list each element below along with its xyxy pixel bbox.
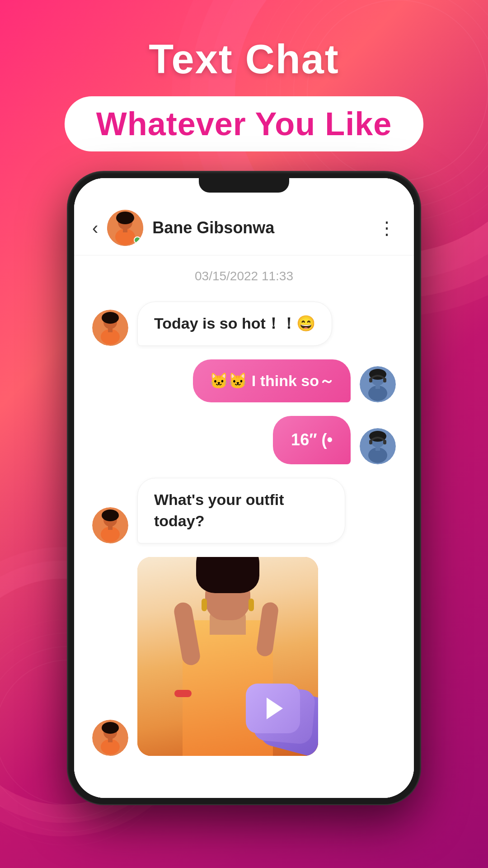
message-row: What's your outfit today? bbox=[92, 478, 396, 543]
phone-screen: ‹ bbox=[74, 178, 414, 798]
svg-rect-24 bbox=[369, 378, 372, 382]
notch bbox=[199, 178, 289, 193]
message-text: Today is so hot！！😄 bbox=[154, 315, 315, 332]
svg-rect-25 bbox=[383, 378, 386, 382]
phone-outer-shell: ‹ bbox=[68, 172, 420, 804]
sender-avatar bbox=[92, 720, 128, 756]
subtitle-text: Whatever You Like bbox=[96, 106, 392, 142]
svg-point-35 bbox=[102, 509, 119, 521]
image-message-row bbox=[92, 557, 396, 756]
sender-avatar bbox=[360, 366, 396, 402]
svg-rect-31 bbox=[369, 440, 372, 444]
sender-avatar bbox=[92, 507, 128, 543]
svg-rect-18 bbox=[108, 328, 113, 332]
message-bubble: What's your outfit today? bbox=[137, 478, 345, 543]
main-title: Text Chat bbox=[0, 36, 488, 83]
message-row: 16″ (• bbox=[92, 416, 396, 464]
image-message-bubble bbox=[137, 557, 318, 756]
svg-point-40 bbox=[102, 722, 119, 734]
avatar-svg bbox=[360, 428, 396, 464]
phone-mockup: ‹ bbox=[68, 172, 420, 804]
avatar-svg bbox=[92, 507, 128, 543]
message-timestamp: 03/15/2022 11:33 bbox=[92, 269, 396, 283]
phone-inner: ‹ bbox=[74, 178, 414, 798]
back-button[interactable]: ‹ bbox=[92, 218, 98, 238]
subtitle-pill: Whatever You Like bbox=[65, 96, 424, 151]
avatar-svg bbox=[92, 310, 128, 346]
play-button[interactable] bbox=[241, 684, 318, 756]
play-shape-front bbox=[246, 684, 300, 733]
sender-avatar bbox=[360, 428, 396, 464]
message-row: 🐱🐱 I think so～ bbox=[92, 359, 396, 403]
contact-name: Bane Gibsonwa bbox=[152, 218, 378, 237]
background: Text Chat Whatever You Like ‹ bbox=[0, 0, 488, 868]
svg-point-16 bbox=[102, 312, 119, 324]
more-options-button[interactable]: ⋮ bbox=[378, 217, 396, 238]
svg-rect-13 bbox=[123, 228, 127, 232]
online-indicator bbox=[134, 236, 141, 244]
svg-rect-42 bbox=[108, 738, 113, 742]
message-bubble: 🐱🐱 I think so～ bbox=[193, 359, 351, 403]
status-bar bbox=[74, 178, 414, 201]
message-bubble: 16″ (• bbox=[273, 416, 351, 464]
svg-rect-37 bbox=[108, 525, 113, 530]
contact-avatar bbox=[107, 210, 143, 246]
avatar-svg bbox=[92, 720, 128, 756]
chat-body: 03/15/2022 11:33 bbox=[74, 255, 414, 798]
svg-point-11 bbox=[116, 212, 134, 224]
message-text: What's your outfit today? bbox=[154, 491, 284, 530]
message-text: 🐱🐱 I think so～ bbox=[209, 372, 334, 389]
promo-header: Text Chat Whatever You Like bbox=[0, 0, 488, 151]
message-bubble: Today is so hot！！😄 bbox=[137, 302, 332, 346]
svg-rect-32 bbox=[383, 440, 386, 444]
play-triangle-icon bbox=[267, 698, 283, 719]
sender-avatar bbox=[92, 310, 128, 346]
chat-header: ‹ bbox=[74, 201, 414, 255]
svg-rect-23 bbox=[375, 384, 380, 389]
svg-rect-30 bbox=[375, 446, 380, 451]
avatar-svg bbox=[360, 366, 396, 402]
message-row: Today is so hot！！😄 bbox=[92, 302, 396, 346]
message-text: 16″ (• bbox=[291, 430, 333, 449]
play-3d-icon bbox=[241, 684, 318, 756]
